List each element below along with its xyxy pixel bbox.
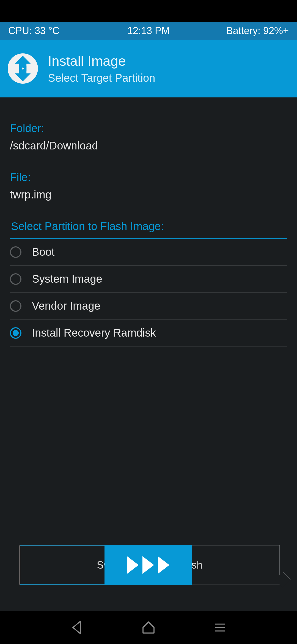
page-title: Install Image: [48, 53, 155, 69]
status-cpu: CPU: 33 °C: [8, 25, 59, 37]
radio-label: Vendor Image: [32, 300, 100, 312]
menu-icon[interactable]: [212, 619, 228, 636]
arrow-right-icon: [158, 556, 169, 574]
swipe-progress: [20, 545, 105, 585]
file-label: File:: [10, 171, 287, 184]
arrow-right-icon: [142, 556, 154, 574]
status-time: 12:13 PM: [127, 25, 170, 37]
file-value: twrp.img: [10, 189, 287, 201]
app-header: Install Image Select Target Partition: [0, 40, 297, 97]
partition-section-title: Select Partition to Flash Image:: [10, 220, 287, 239]
partition-option-system-image[interactable]: System Image: [10, 266, 287, 293]
radio-icon: [10, 246, 21, 258]
radio-label: Install Recovery Ramdisk: [32, 327, 156, 339]
radio-label: System Image: [32, 273, 102, 285]
status-bar: CPU: 33 °C 12:13 PM Battery: 92%+: [0, 22, 297, 40]
android-nav-bar: [0, 611, 297, 644]
folder-value: /sdcard/Download: [10, 140, 287, 152]
partition-option-vendor-image[interactable]: Vendor Image: [10, 293, 287, 320]
back-icon[interactable]: [69, 619, 85, 636]
radio-icon: [10, 273, 21, 285]
radio-label: Boot: [32, 246, 54, 258]
arrow-right-icon: [127, 556, 139, 574]
swipe-to-confirm[interactable]: Swipe to confirm Flash: [19, 545, 280, 585]
partition-list: Boot System Image Vendor Image Install R…: [10, 239, 287, 346]
swipe-handle[interactable]: [105, 545, 192, 585]
radio-icon: [10, 300, 21, 312]
radio-icon: [10, 327, 21, 339]
status-battery: Battery: 92%+: [226, 25, 289, 37]
page-subtitle: Select Target Partition: [48, 72, 155, 84]
partition-option-install-recovery-ramdisk[interactable]: Install Recovery Ramdisk: [10, 320, 287, 346]
folder-label: Folder:: [10, 122, 287, 135]
partition-option-boot[interactable]: Boot: [10, 239, 287, 266]
home-icon[interactable]: [140, 619, 157, 636]
twrp-logo-icon: [8, 53, 38, 84]
